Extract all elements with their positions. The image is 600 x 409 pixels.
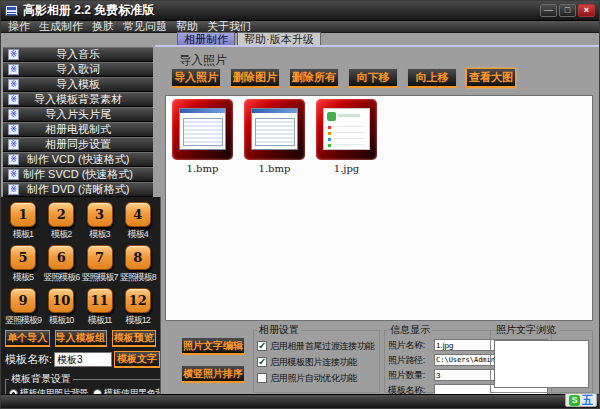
template-bg-options: 模板使用照片背景 模板使用黑色背景 <box>9 387 161 394</box>
ime-indicator[interactable]: S 五 <box>565 393 597 407</box>
photo-thumb[interactable]: 1.bmp <box>172 99 233 174</box>
template-name-input[interactable] <box>54 352 112 367</box>
radio-option[interactable]: 模板使用照片背景 <box>9 387 88 394</box>
template-button[interactable]: 8 <box>125 245 151 270</box>
template-actions: 单个导入 导入模板组 模板预览 <box>3 330 158 347</box>
sidebar-item[interactable]: ※ 导入片头片尾 <box>3 107 153 122</box>
checkbox-icon[interactable] <box>257 357 267 367</box>
sidebar-item[interactable]: ※ 导入模板 <box>3 77 153 92</box>
photo-thumb[interactable]: 1.jpg <box>316 99 377 174</box>
template-button[interactable]: 7 <box>87 245 113 270</box>
sidebar-item[interactable]: ※ 相册同步设置 <box>3 137 153 152</box>
photo-text-area[interactable] <box>494 340 589 388</box>
thumb-frame[interactable] <box>244 99 305 160</box>
sidebar-item[interactable]: ※ 制作 DVD (清晰格式) <box>3 182 153 197</box>
template-button[interactable]: 2 <box>48 202 74 227</box>
template-panel: 1 模板1 2 模板2 3 模板3 4 模板4 <box>1 197 161 394</box>
thumb-image-rows <box>333 126 365 147</box>
checkbox-icon[interactable] <box>257 341 267 351</box>
info-field-label: 照片路径: <box>388 354 434 367</box>
window-title: 高影相册 2.2 免费标准版 <box>23 2 154 19</box>
thumb-image <box>251 108 298 150</box>
sidebar-item-label: 导入音乐 <box>3 48 153 61</box>
template-button[interactable]: 6 <box>48 245 74 270</box>
tab-bar: 相册制作 帮助·版本升级 <box>177 32 321 45</box>
template-button[interactable]: 10 <box>48 288 74 313</box>
template-label: 模板1 <box>5 228 41 241</box>
checkbox-option[interactable]: 启用照片自动优化功能 <box>257 370 376 386</box>
sidebar-item[interactable]: ※ 导入模板背景素材 <box>3 92 153 107</box>
app-window: 高影相册 2.2 免费标准版 — □ × 操作 生成制作 换肤 常见问题 帮助 … <box>0 0 600 409</box>
template-cell: 6 竖照模板6 <box>43 242 79 285</box>
template-cell: 10 模板10 <box>43 285 79 328</box>
template-action-button[interactable]: 模板预览 <box>112 330 157 347</box>
minimize-button[interactable]: — <box>540 4 557 17</box>
sidebar-item[interactable]: ※ 制作 SVCD (快速格式) <box>3 167 153 182</box>
import-photos-title: 导入照片 <box>179 52 227 69</box>
sidebar-item-icon: ※ <box>8 139 19 150</box>
template-text-button[interactable]: 模板文字 <box>114 351 160 368</box>
thumb-frame[interactable] <box>316 99 377 160</box>
thumb-caption: 1.bmp <box>244 163 305 174</box>
template-action-button[interactable]: 单个导入 <box>5 330 50 347</box>
sidebar-item-icon: ※ <box>8 79 19 90</box>
template-button[interactable]: 3 <box>87 202 113 227</box>
template-button[interactable]: 4 <box>125 202 151 227</box>
photo-list-panel[interactable]: 1.bmp 1.bmp 1. <box>165 95 593 321</box>
bottom-left-buttons: 照片文字编辑 横竖照片排序 <box>181 337 245 383</box>
template-bg-legend: 模板背景设置 <box>9 372 73 386</box>
template-button[interactable]: 11 <box>87 288 113 313</box>
ime-icon[interactable]: S <box>569 395 580 406</box>
template-label: 模板4 <box>120 228 156 241</box>
sidebar-item[interactable]: ※ 导入音乐 <box>3 47 153 62</box>
info-field-label: 照片数量: <box>388 369 434 382</box>
thumb-frame[interactable] <box>172 99 233 160</box>
menu-item[interactable]: 帮助 <box>176 21 198 32</box>
template-button[interactable]: 5 <box>10 245 36 270</box>
sidebar-item-icon: ※ <box>8 94 19 105</box>
sidebar-item[interactable]: ※ 相册电视制式 <box>3 122 153 137</box>
checkbox-icon[interactable] <box>257 373 267 383</box>
thumb-image <box>179 108 226 150</box>
bottom-action-button[interactable]: 照片文字编辑 <box>181 337 245 355</box>
template-button[interactable]: 9 <box>10 288 36 313</box>
sidebar-item-icon: ※ <box>8 49 19 60</box>
info-field-label: 照片名称: <box>388 339 434 352</box>
template-label: 模板12 <box>120 314 156 327</box>
sidebar-item[interactable]: ※ 导入歌词 <box>3 62 153 77</box>
template-label: 模板10 <box>43 314 79 327</box>
checkbox-option[interactable]: 启用模板图片连接功能 <box>257 354 376 370</box>
checkbox-label: 启用模板图片连接功能 <box>270 356 357 369</box>
close-button[interactable]: × <box>578 4 595 17</box>
menu-item[interactable]: 换肤 <box>92 21 114 32</box>
template-label: 模板2 <box>43 228 79 241</box>
toolbar-button[interactable]: 向下移 <box>348 68 398 88</box>
template-button[interactable]: 1 <box>10 202 36 227</box>
template-button[interactable]: 12 <box>125 288 151 313</box>
toolbar-button[interactable]: 删除图片 <box>230 68 280 88</box>
template-cell: 1 模板1 <box>5 199 41 242</box>
toolbar-button[interactable]: 向上移 <box>407 68 457 88</box>
template-bg-fieldset: 模板背景设置 模板使用照片背景 模板使用黑色背景 <box>5 372 161 394</box>
template-cell: 11 模板11 <box>82 285 118 328</box>
sidebar-item-icon: ※ <box>8 169 19 180</box>
maximize-button[interactable]: □ <box>559 4 576 17</box>
menu-item[interactable]: 关于我们 <box>207 21 251 32</box>
sidebar-item[interactable]: ※ 制作 VCD (快速格式) <box>3 152 153 167</box>
sidebar-item-icon: ※ <box>8 109 19 120</box>
tab[interactable]: 帮助·版本升级 <box>237 32 321 45</box>
toolbar-button[interactable]: 删除所有 <box>289 68 339 88</box>
menu-item[interactable]: 生成制作 <box>39 21 83 32</box>
menu-item[interactable]: 常见问题 <box>123 21 167 32</box>
bottom-action-button[interactable]: 横竖照片排序 <box>181 365 245 383</box>
checkbox-option[interactable]: 启用相册首尾过渡连接功能 <box>257 338 376 354</box>
tab[interactable]: 相册制作 <box>177 32 235 45</box>
template-label: 竖照模板7 <box>82 271 118 284</box>
sidebar-item-label: 制作 SVCD (快速格式) <box>3 168 153 181</box>
toolbar-button[interactable]: 导入照片 <box>171 68 221 88</box>
radio-option[interactable]: 模板使用黑色背景 <box>93 387 161 394</box>
menu-item[interactable]: 操作 <box>8 21 30 32</box>
photo-thumb[interactable]: 1.bmp <box>244 99 305 174</box>
toolbar-button[interactable]: 查看大图 <box>466 68 516 88</box>
template-action-button[interactable]: 导入模板组 <box>55 330 107 347</box>
